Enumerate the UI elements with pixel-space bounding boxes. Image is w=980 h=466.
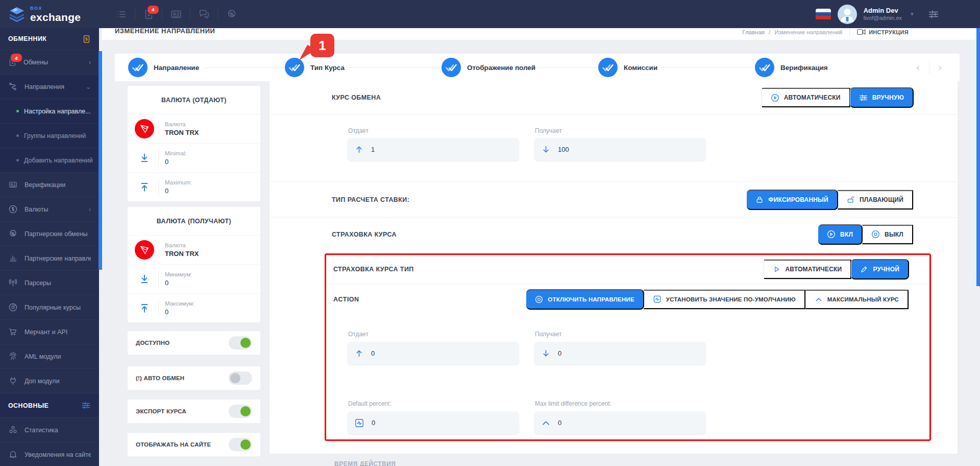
sidebar-item-aml-modules[interactable]: AML модули [0, 344, 99, 368]
insurance-type-manual-button[interactable]: РУЧНОЙ [851, 259, 909, 279]
step-commissions[interactable]: Комиссии [598, 58, 657, 77]
minimal-value: 0 [165, 158, 187, 166]
max-rate-button[interactable]: МАКСИМАЛЬНЫЙ КУРС [805, 290, 909, 309]
brand-logo[interactable]: BOX exchange [0, 6, 102, 22]
gear-percent-icon[interactable] [218, 9, 245, 20]
sidebar-item-directions[interactable]: Направления ⌄ [0, 74, 99, 99]
sidebar-item-verifications[interactable]: Верификации [0, 172, 99, 197]
toggle-card-rate-export: ЭКСПОРТ КУРСА [128, 400, 260, 423]
brand-stack-icon [8, 6, 26, 22]
insurance-row: СТРАХОВКА КУРСА ВКЛ ВЫКЛ [270, 217, 958, 251]
settings-sliders-icon[interactable] [928, 9, 939, 20]
sidebar-subitem-direction-groups[interactable]: Группы направлений [0, 123, 99, 148]
currency-give-title: ВАЛЮТА (ОТДАЮТ) [128, 86, 260, 114]
rate-inputs: Отдает 1 Получает 100 [270, 115, 958, 181]
disable-direction-button[interactable]: ОТКЛЮЧИТЬ НАПРАВЛЕНИЕ [526, 289, 644, 310]
available-toggle[interactable] [229, 336, 252, 350]
language-flag-ru[interactable] [816, 9, 831, 20]
currency-give-row: Валюта TRON TRX [128, 114, 260, 143]
arrow-down-min-icon [134, 273, 155, 285]
id-card-icon [8, 180, 18, 189]
toggle-card-auto-exchange: (!) АВТО ОБМЕН [128, 366, 260, 390]
stepper-prev-arrow[interactable]: ‹ [916, 62, 919, 73]
insurance-gets-value: 0 [558, 350, 561, 357]
page-scrollbar[interactable] [976, 28, 980, 286]
rate-export-toggle[interactable] [229, 405, 252, 418]
sidebar-item-extra-modules[interactable]: Доп модули [0, 368, 99, 393]
breadcrumb-home[interactable]: Главная [742, 29, 765, 35]
menu-list-icon[interactable] [108, 9, 135, 20]
insurance-type-auto-button[interactable]: АВТОМАТИЧЕСКИ [764, 260, 852, 279]
sidebar-item-statistics[interactable]: Статистика [0, 417, 99, 442]
set-default-value-button[interactable]: УСТАНОВИТЬ ЗНАЧЕНИЕ ПО-УМОЛЧАНИЮ [644, 290, 805, 309]
exchanges-invoice-icon[interactable]: 4 [135, 9, 162, 20]
rate-auto-button[interactable]: АВТОМАТИЧЕСКИ [762, 88, 850, 107]
rate-calc-type-row: ТИП РАСЧЕТА СТАВКИ: ФИКСИРОВАННЫЙ ПЛАВАЮ… [270, 181, 958, 217]
rate-manual-button[interactable]: ВРУЧНУЮ [850, 87, 914, 108]
floating-rate-button[interactable]: ПЛАВАЮЩИЙ [838, 190, 913, 209]
insurance-gives-input[interactable]: 0 [347, 342, 520, 365]
sidebar-item-merchant-api[interactable]: Мерчант и API [0, 319, 99, 344]
main-content: ИЗМЕНЕНИЕ НАПРАВЛЕНИЙ Главная / Изменени… [102, 28, 980, 466]
check-circle-icon [755, 58, 774, 77]
fixed-rate-button[interactable]: ФИКСИРОВАННЫЙ [747, 190, 838, 210]
insurance-on-button[interactable]: ВКЛ [818, 224, 863, 245]
default-percent-input[interactable]: 0 [347, 411, 520, 435]
show-on-site-toggle[interactable] [229, 438, 252, 451]
video-icon [857, 29, 866, 35]
instruction-link[interactable]: ИНСТРУКЦИЯ [857, 29, 909, 35]
max-limit-input[interactable]: 0 [534, 411, 706, 435]
insurance-gets-input[interactable]: 0 [534, 342, 706, 365]
pulse-square-icon [354, 418, 364, 428]
sidebar-subitem-add-direction[interactable]: Добавить направлений [0, 148, 99, 172]
insurance-off-button[interactable]: ВЫКЛ [862, 225, 913, 244]
insurance-type-title: СТРАХОВКА КУРСА ТИП [333, 266, 414, 273]
gives-input[interactable]: 1 [347, 138, 520, 161]
bar-chart-icon [8, 254, 18, 263]
currency-give-card: ВАЛЮТА (ОТДАЮТ) Валюта TRON TRX [128, 86, 260, 201]
gets-value: 100 [558, 146, 569, 153]
arrow-down-min-icon [134, 152, 155, 164]
step-direction[interactable]: Направление [128, 58, 199, 77]
step-rate-type[interactable]: Тип Курса [285, 58, 345, 77]
plug-icon [8, 376, 18, 386]
check-circle-icon [442, 58, 461, 77]
chevron-up-icon [541, 418, 551, 428]
minimum-row: Минимум: 0 [128, 264, 260, 293]
user-menu-chevron-down-icon[interactable]: ▼ [910, 11, 915, 17]
sidebar-item-currencies[interactable]: Валюты › [0, 197, 99, 221]
sidebar-item-parsers[interactable]: Парсеры [0, 270, 99, 295]
sidebar-item-popular-rates[interactable]: Популярные курсы [0, 295, 99, 319]
gives-value: 1 [371, 146, 375, 153]
sidebar-scrollbar[interactable] [99, 51, 102, 270]
sidebar-item-partner-exchanges[interactable]: Партнерские обмены [0, 221, 99, 246]
auto-exchange-toggle[interactable] [229, 371, 252, 385]
insurance-inputs: Отдает 0 Получает 0 Default percent: [326, 314, 929, 439]
exchanger-invoice-icon[interactable] [82, 34, 91, 44]
insurance-type-row: СТРАХОВКА КУРСА ТИП АВТОМАТИЧЕСКИ РУЧНОЙ [326, 255, 929, 284]
dollar-icon [8, 204, 18, 214]
maximum-value: 0 [165, 187, 192, 195]
currency-get-card: ВАЛЮТА (ПОЛУЧАЮТ) Валюта TRON TRX [128, 207, 260, 322]
action-title: ACTION [333, 296, 359, 303]
arrow-up-max-icon [134, 302, 155, 314]
sidebar-item-partner-directions[interactable]: Партнерские направле.. [0, 246, 99, 270]
avatar[interactable] [838, 5, 857, 24]
gets-input[interactable]: 100 [534, 138, 706, 161]
main-sliders-icon[interactable] [81, 401, 91, 410]
step-fields-display[interactable]: Отображение полей [442, 58, 535, 77]
sidebar-item-exchanges[interactable]: 4 Обмены › [0, 50, 99, 74]
topbar-user-area: Admin Dev livof@admin.ex ▼ [816, 0, 915, 28]
step-verification[interactable]: Верификация [755, 58, 828, 77]
chat-icon[interactable] [190, 9, 218, 20]
cart-icon [8, 327, 18, 337]
sidebar-subitem-direction-settings[interactable]: Настройка направле... [0, 99, 99, 123]
minimum-value: 0 [165, 279, 192, 287]
user-email: livof@admin.ex [864, 15, 902, 22]
verification-card-icon[interactable] [162, 9, 190, 20]
brand-top-label: BOX [30, 6, 81, 11]
stepper-next-arrow[interactable]: › [939, 62, 942, 73]
sidebar-item-site-notifications[interactable]: Уведомления на сайте [0, 442, 99, 466]
insurance-gives-value: 0 [371, 350, 375, 357]
sidebar-section-main: ОСНОВНЫЕ [0, 393, 99, 417]
